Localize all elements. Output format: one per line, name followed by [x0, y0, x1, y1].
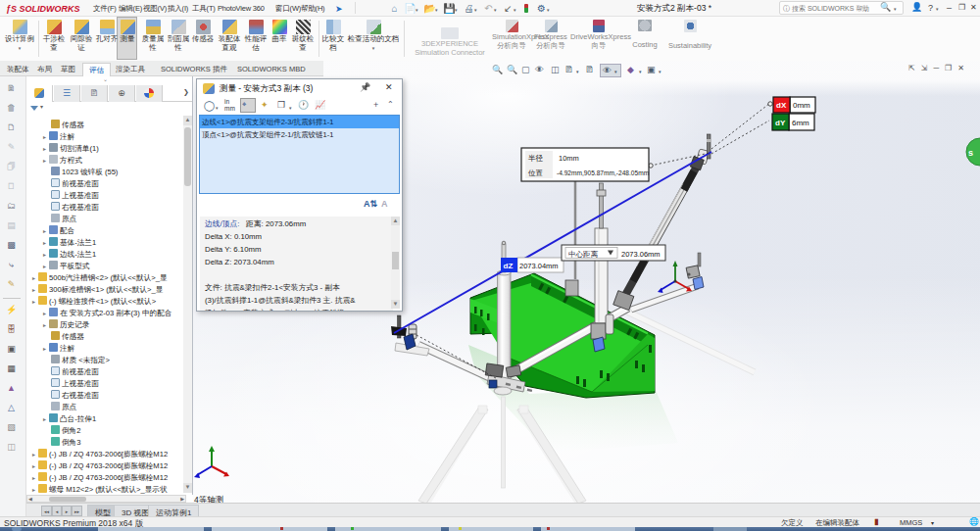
svg-text:半径: 半径 — [528, 154, 544, 163]
svg-text:0mm: 0mm — [793, 101, 810, 110]
svg-text:dX: dX — [776, 101, 787, 110]
svg-text:s: s — [968, 148, 973, 158]
svg-text:2073.04mm: 2073.04mm — [519, 262, 559, 270]
svg-text:-4.92mm,905.87mm,-248.05mm: -4.92mm,905.87mm,-248.05mm — [557, 169, 650, 176]
svg-text:2073.06mm: 2073.06mm — [621, 250, 661, 259]
svg-text:dZ: dZ — [504, 262, 514, 270]
svg-text:dY: dY — [775, 119, 786, 127]
svg-text:6mm: 6mm — [792, 119, 809, 127]
svg-text:10mm: 10mm — [559, 154, 579, 163]
svg-text:位置: 位置 — [528, 169, 544, 177]
svg-text:中心距离: 中心距离 — [568, 250, 599, 259]
